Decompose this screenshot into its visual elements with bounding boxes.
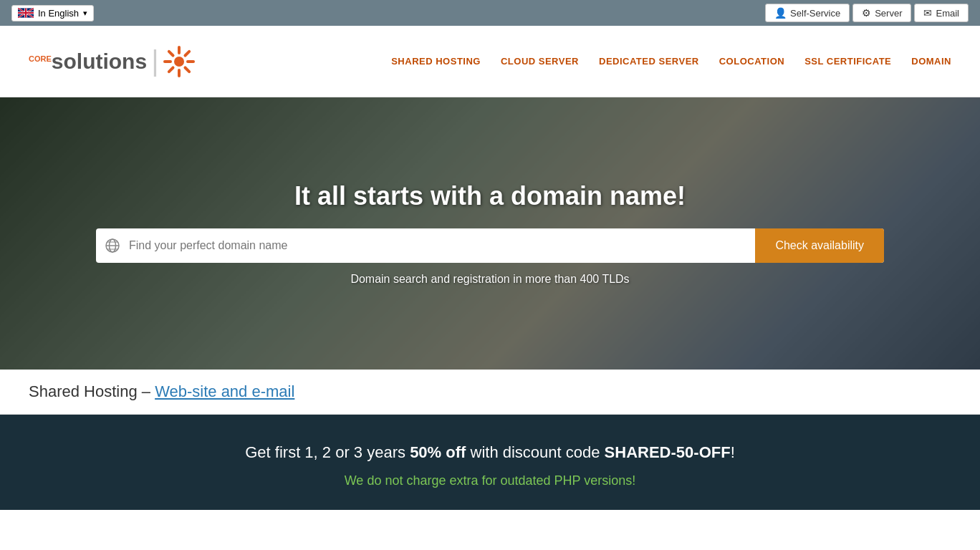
shared-hosting-link[interactable]: Web-site and e-mail <box>155 382 294 400</box>
shared-hosting-heading: Shared Hosting – Web-site and e-mail <box>29 382 951 401</box>
uk-flag-icon <box>18 8 34 18</box>
sunburst-icon <box>163 46 195 77</box>
domain-search-input[interactable] <box>129 228 755 263</box>
nav-domain[interactable]: DOMAIN <box>911 56 951 67</box>
gear-icon: ⚙ <box>862 7 871 19</box>
logo-core-text: CORE <box>29 54 52 62</box>
promo-green-text: We do not charge extra for outdated PHP … <box>29 473 951 488</box>
globe-icon <box>96 238 129 254</box>
lang-chevron-icon: ▾ <box>83 9 87 18</box>
email-button[interactable]: ✉ Email <box>914 4 969 22</box>
promo-section: Get first 1, 2 or 3 years 50% off with d… <box>0 415 980 510</box>
svg-rect-2 <box>178 46 181 54</box>
hero-section: It all starts with a domain name! Check … <box>0 97 980 370</box>
top-bar-buttons: 👤 Self-Service ⚙ Server ✉ Email <box>765 4 969 22</box>
nav-shared-hosting[interactable]: SHARED HOSTING <box>391 56 481 67</box>
nav-colocation[interactable]: COLOCATION <box>719 56 784 67</box>
top-bar: In English ▾ 👤 Self-Service ⚙ Server ✉ E… <box>0 0 980 26</box>
nav-ssl-certificate[interactable]: SSL CERTIFICATE <box>804 56 891 67</box>
shared-hosting-bar: Shared Hosting – Web-site and e-mail <box>0 370 980 415</box>
svg-rect-8 <box>167 49 175 57</box>
language-selector[interactable]: In English ▾ <box>11 5 94 21</box>
self-service-button[interactable]: 👤 Self-Service <box>765 4 850 22</box>
check-availability-button[interactable]: Check availability <box>755 228 884 263</box>
logo-divider: | <box>151 45 158 77</box>
svg-rect-6 <box>183 49 191 57</box>
server-button[interactable]: ⚙ Server <box>852 4 911 22</box>
nav-dedicated-server[interactable]: DEDICATED SERVER <box>599 56 699 67</box>
svg-rect-4 <box>163 60 172 63</box>
hero-title: It all starts with a domain name! <box>29 181 951 211</box>
logo-text: COREsolutions <box>29 51 147 72</box>
email-icon: ✉ <box>923 7 932 19</box>
main-nav: SHARED HOSTING CLOUD SERVER DEDICATED SE… <box>391 56 951 67</box>
promo-text: Get first 1, 2 or 3 years 50% off with d… <box>29 443 951 462</box>
domain-search-bar: Check availability <box>96 228 884 263</box>
svg-point-1 <box>174 57 184 67</box>
hero-subtitle: Domain search and registration in more t… <box>29 273 951 286</box>
logo[interactable]: COREsolutions | <box>29 45 195 77</box>
person-icon: 👤 <box>774 7 787 19</box>
svg-rect-5 <box>186 60 195 63</box>
hero-content: It all starts with a domain name! Check … <box>0 181 980 286</box>
svg-rect-3 <box>178 69 181 77</box>
nav-cloud-server[interactable]: CLOUD SERVER <box>501 56 579 67</box>
lang-label: In English <box>38 8 79 19</box>
svg-rect-7 <box>167 65 175 73</box>
svg-rect-9 <box>183 65 191 73</box>
header: COREsolutions | SHARED HOSTING CLOUD SER… <box>0 26 980 97</box>
